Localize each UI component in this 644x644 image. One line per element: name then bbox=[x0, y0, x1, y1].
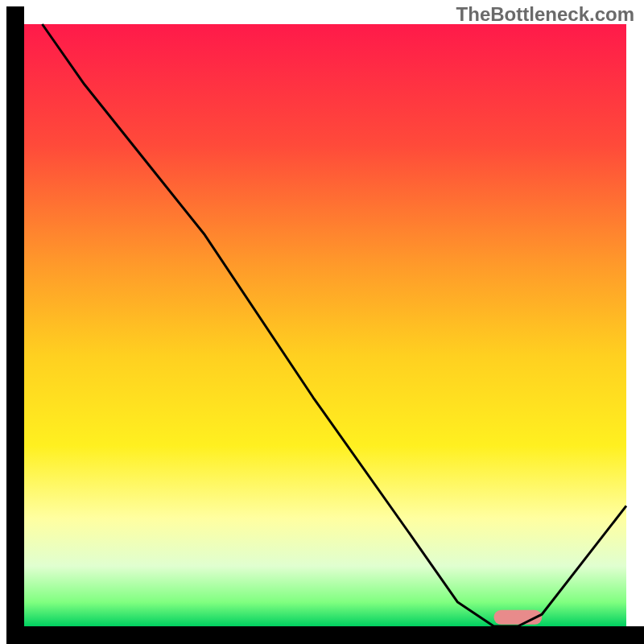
watermark-text: TheBottleneck.com bbox=[456, 3, 634, 26]
chart-svg bbox=[0, 0, 644, 644]
gradient-background bbox=[24, 24, 626, 626]
chart-container: TheBottleneck.com bbox=[0, 0, 644, 644]
